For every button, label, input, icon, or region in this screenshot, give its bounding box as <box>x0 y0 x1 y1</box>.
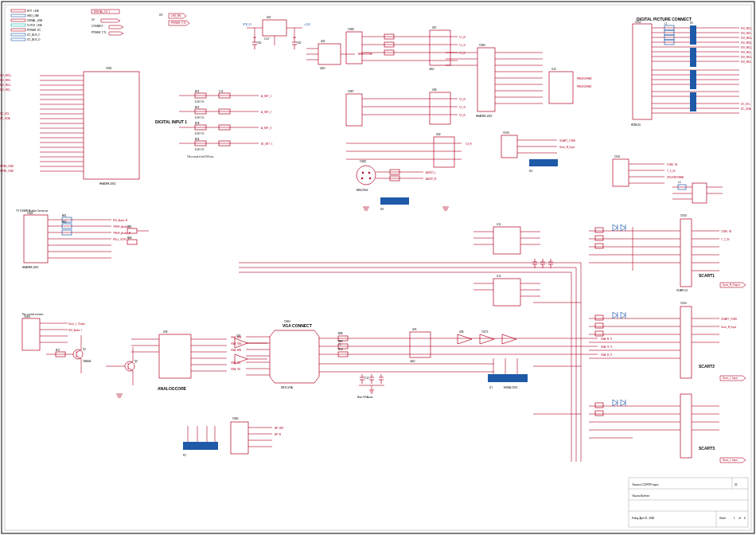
svg-text:R10: R10 <box>338 348 343 351</box>
svg-text:MINI-DIN4: MINI-DIN4 <box>357 189 368 192</box>
svg-text:C1_R: C1_R <box>459 36 466 39</box>
center-header: CN09 HEADER-10X2 U10 PBUS5OHM0 PBUS5OHM1 <box>446 44 592 118</box>
svg-text:U01: U01 <box>267 16 271 19</box>
svg-text:Q1: Q1 <box>83 348 86 351</box>
svg-rect-0 <box>11 10 25 12</box>
svg-text:U11: U11 <box>497 223 501 226</box>
svg-rect-8 <box>11 29 25 31</box>
svg-rect-12 <box>11 38 25 41</box>
svg-text:CN03: CN03 <box>24 315 30 318</box>
svg-text:DVI_RX1-: DVI_RX1- <box>741 51 752 54</box>
svg-text:PBUS5OHM1: PBUS5OHM1 <box>577 85 592 88</box>
svg-text:VGA_B_O: VGA_B_O <box>601 353 613 357</box>
svg-text:HEADER-10X2: HEADER-10X2 <box>22 266 39 269</box>
svg-text:R02: R02 <box>62 221 67 224</box>
svg-text:Scart_R_Output: Scart_R_Output <box>723 283 740 287</box>
tv-tuner: TV TUNER Module Connector CN02 HEADER-10… <box>16 209 149 269</box>
svg-text:HOT_LINE: HOT_LINE <box>27 10 39 13</box>
svg-text:Yakumo/Suthree: Yakumo/Suthree <box>632 494 649 498</box>
midright-ics: U11 U12 <box>473 223 553 306</box>
svg-text:ANALOGCORE: ANALOGCORE <box>158 386 187 391</box>
svg-rect-95 <box>159 334 191 378</box>
svg-text:SCART_CVBS: SCART_CVBS <box>559 139 575 143</box>
svg-rect-2 <box>11 14 25 17</box>
svg-text:of: of <box>738 517 741 520</box>
svg-text:Scart_L_Input: Scart_L_Input <box>723 459 738 462</box>
svg-rect-138 <box>430 30 450 65</box>
svg-text:U06: U06 <box>459 330 464 334</box>
svg-rect-198 <box>690 92 696 111</box>
svg-point-88 <box>73 350 83 359</box>
svg-text:DVI_RXC+: DVI_RXC+ <box>741 27 753 30</box>
svg-text:D3: D3 <box>380 208 384 211</box>
svg-text:AUDIO_R: AUDIO_R <box>426 178 437 181</box>
svg-rect-4 <box>11 19 25 21</box>
svg-text:C1_B: C1_B <box>459 52 466 55</box>
svg-text:R05: R05 <box>127 225 132 228</box>
schematic-sheet: HOT_LINE GND_LINE SIGNAL_LINE CLOCK_LINE… <box>0 0 756 535</box>
svg-text:POWER_DC: POWER_DC <box>27 29 41 32</box>
svg-text:VGA_RIN: VGA_RIN <box>231 336 241 339</box>
svg-rect-224 <box>595 323 603 328</box>
svg-text:SCART2: SCART2 <box>699 364 715 369</box>
svg-text:SCART3: SCART3 <box>699 446 715 451</box>
svg-text:DVI_RX2+: DVI_RX2+ <box>741 56 753 59</box>
svg-rect-226 <box>680 307 692 378</box>
svg-text:HEADER-20X2: HEADER-20X2 <box>99 182 116 185</box>
svg-text:VGA_G_O: VGA_G_O <box>601 346 613 349</box>
svg-rect-216 <box>680 219 692 287</box>
ypbpr-conns: CN06 U074052 C1_R C1_G C1_B CN07 U08 C2_… <box>346 26 466 126</box>
svg-text:4052: 4052 <box>410 360 415 363</box>
svg-text:DVI_RX1-: DVI_RX1- <box>0 88 11 92</box>
svg-text:C3_R: C3_R <box>466 143 473 146</box>
svg-text:DVI_RX2-: DVI_RX2- <box>741 61 752 64</box>
svg-rect-162 <box>380 197 409 205</box>
svg-text:R08: R08 <box>338 332 343 335</box>
svg-text:R21: R21 <box>195 90 200 93</box>
svg-text:DVI_Audio_L: DVI_Audio_L <box>68 329 83 332</box>
svg-text:SCART_CVBS: SCART_CVBS <box>721 318 737 321</box>
svg-text:I2V: I2V <box>159 14 163 17</box>
svg-text:D5: D5 <box>690 21 693 25</box>
svg-rect-237 <box>692 183 707 203</box>
svg-text:CN12: CN12 <box>635 21 641 24</box>
svg-text:POWER_CT2: POWER_CT2 <box>171 21 186 25</box>
svg-text:U08: U08 <box>432 88 437 92</box>
svg-rect-214 <box>595 236 603 240</box>
svg-rect-213 <box>595 228 603 232</box>
svg-text:Q2: Q2 <box>134 360 138 363</box>
audio-jacks: CN10 SCART_CVBS Scart_R_Input D4 <box>501 131 575 173</box>
svg-text:R23: R23 <box>195 122 200 125</box>
svg-text:DIGITAL_CS_1: DIGITAL_CS_1 <box>94 10 111 14</box>
svg-text:C02: C02 <box>297 41 302 45</box>
svg-text:VGA_R_O: VGA_R_O <box>601 338 613 341</box>
svg-text:L5: L5 <box>678 181 681 184</box>
svg-text:CN05: CN05 <box>232 417 239 420</box>
svg-rect-234 <box>680 394 692 458</box>
svg-text:CN13: CN13 <box>680 214 687 217</box>
svg-text:Sheet: Sheet <box>719 517 726 520</box>
svg-text:I2C_BUS_D: I2C_BUS_D <box>27 38 41 41</box>
svg-text:CN07: CN07 <box>348 90 354 93</box>
fan-control: Fan control connect CN03 Scart_L_Output … <box>22 313 138 385</box>
grounds <box>116 207 449 397</box>
svg-text:8.1K 1%: 8.1K 1% <box>195 116 205 119</box>
svg-rect-124 <box>488 374 528 382</box>
svg-rect-133 <box>346 32 362 64</box>
legend-block: HOT_LINE GND_LINE SIGNAL_LINE CLOCK_LINE… <box>11 10 189 41</box>
svg-rect-232 <box>595 403 603 408</box>
svg-text:1117: 1117 <box>264 37 270 41</box>
svg-text:C1_G: C1_G <box>459 44 466 47</box>
svg-text:02: 02 <box>735 483 738 486</box>
scart1: CN13 SCART-21 SCART1 CVBS_IN Y_C_IN Scar… <box>589 214 746 292</box>
svg-text:DVI_RXC-: DVI_RXC- <box>741 32 752 35</box>
svg-text:R06: R06 <box>127 236 132 240</box>
svg-text:1: 1 <box>734 517 735 520</box>
svg-rect-164 <box>434 137 454 167</box>
svg-text:POWER_CTL: POWER_CTL <box>92 31 107 34</box>
svg-text:CN10: CN10 <box>503 131 509 135</box>
svg-text:PWR2_GND: PWR2_GND <box>0 165 14 168</box>
svg-text:DB15-VGA: DB15-VGA <box>281 386 293 389</box>
svg-text:VGA_HS: VGA_HS <box>231 361 240 365</box>
vga-block: VGA CONNECT CN04 DB15-VGA VGA_RIN VGA_GI… <box>231 320 613 399</box>
